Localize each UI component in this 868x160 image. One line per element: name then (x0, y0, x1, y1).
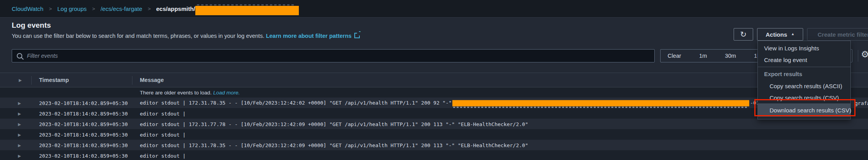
table-header: ▶ Timestamp Message (0, 73, 868, 87)
actions-button[interactable]: Actions ▲ (757, 28, 803, 41)
breadcrumb-log-groups[interactable]: Log groups (57, 5, 87, 12)
expand-row-icon[interactable]: ▶ (18, 111, 21, 116)
refresh-icon: ↻ (740, 30, 747, 39)
cloudwatch-log-events-page: CloudWatch > Log groups > /ecs/ecs-farga… (0, 0, 868, 160)
chevron-up-icon: ▲ (791, 32, 795, 36)
row-timestamp: 2023-02-10T18:14:02.859+05:30 (39, 142, 128, 148)
row-message: editor stdout | 172.31.77.78 - - [10/Feb… (140, 121, 528, 127)
table-row[interactable]: ▶ 2023-02-10T18:14:02.859+05:30 editor s… (0, 150, 868, 160)
time-range-30m[interactable]: 30m (725, 53, 736, 59)
page-title: Log events (12, 21, 51, 30)
menu-item-copy-search-results-ascii[interactable]: Copy search results (ASCII) (758, 80, 850, 92)
breadcrumb: CloudWatch > Log groups > /ecs/ecs-farga… (0, 0, 868, 17)
row-message-fragment: grafan (855, 100, 868, 106)
create-metric-filter-label: Create metric filter (818, 31, 868, 38)
row-message: editor stdout | 172.31.78.35 - - [10/Feb… (140, 142, 528, 148)
table-row[interactable]: ▶ 2023-02-10T18:14:02.859+05:30 editor s… (0, 140, 868, 150)
menu-item-create-log-event[interactable]: Create log event (758, 54, 850, 66)
menu-item-copy-search-results-csv[interactable]: Copy search results (CSV) (758, 92, 850, 103)
load-more-row: There are older events to load. Load mor… (0, 87, 868, 98)
time-range-1m[interactable]: 1m (699, 53, 707, 59)
table-row[interactable]: ▶ 2023-02-10T18:14:02.859+05:30 editor s… (0, 129, 868, 140)
expand-row-icon[interactable]: ▶ (18, 101, 21, 105)
learn-more-link[interactable]: Learn more about filter patterns (266, 33, 352, 39)
actions-button-label: Actions (766, 31, 787, 38)
breadcrumb-separator: > (49, 6, 52, 12)
breadcrumb-cloudwatch[interactable]: CloudWatch (12, 5, 43, 12)
toolbar-divider (858, 50, 858, 62)
expand-row-icon[interactable]: ▶ (18, 122, 21, 126)
column-header-timestamp: Timestamp (39, 77, 69, 83)
refresh-button[interactable]: ↻ (734, 28, 753, 41)
table-row[interactable]: ▶ 2023-02-10T18:14:02.859+05:30 editor s… (0, 119, 868, 129)
row-message: editor stdout | (140, 132, 186, 137)
row-message: editor stdout | (140, 153, 186, 158)
expand-row-icon[interactable]: ▶ (18, 153, 21, 158)
filter-events-box (12, 49, 655, 62)
search-icon (17, 53, 22, 59)
row-timestamp: 2023-02-10T18:14:02.859+05:30 (39, 110, 128, 116)
expand-all-icon[interactable]: ▶ (19, 78, 22, 82)
external-link-icon (354, 33, 360, 38)
filter-events-input[interactable] (26, 52, 650, 59)
column-divider (31, 76, 32, 85)
table-row[interactable]: ▶ 2023-02-10T18:14:02.859+05:30 editor s… (0, 108, 868, 119)
column-header-message: Message (140, 77, 164, 83)
redaction-bar (452, 100, 749, 106)
row-timestamp: 2023-02-10T18:14:02.859+05:30 (39, 121, 128, 127)
menu-item-view-in-logs-insights[interactable]: View in Logs Insights (758, 42, 850, 54)
row-message: editor stdout | 172.31.78.35 - - [10/Feb… (140, 100, 778, 106)
breadcrumb-separator: > (92, 6, 95, 12)
page-description: You can use the filter bar below to sear… (12, 33, 360, 39)
row-timestamp: 2023-02-10T18:14:02.859+05:30 (39, 100, 128, 106)
gear-icon[interactable]: ⚙ (861, 49, 868, 60)
table-row[interactable]: ▶ 2023-02-10T18:14:02.859+05:30 editor s… (0, 98, 868, 108)
breadcrumb-separator: > (148, 6, 151, 12)
expand-row-icon[interactable]: ▶ (18, 143, 21, 147)
menu-item-download-search-results-csv[interactable]: Download search results (CSV) (758, 103, 850, 117)
load-more-link[interactable]: Load more. (213, 90, 240, 96)
menu-section-export-results: Export results (758, 68, 850, 80)
row-timestamp: 2023-02-10T18:14:02.859+05:30 (39, 153, 128, 158)
redaction-bar (195, 6, 299, 15)
load-more-text: There are older events to load. (140, 90, 212, 96)
actions-menu: View in Logs Insights Create log event E… (757, 41, 851, 119)
row-timestamp: 2023-02-10T18:14:02.859+05:30 (39, 132, 128, 137)
breadcrumb-log-group[interactable]: /ecs/ecs-fargate (100, 5, 142, 12)
breadcrumb-current-stream: ecs/appsmith/ (156, 4, 299, 13)
time-range-clear[interactable]: Clear (668, 53, 681, 59)
create-metric-filter-button[interactable]: Create metric filter (807, 28, 868, 41)
menu-divider (758, 67, 850, 67)
row-message: editor stdout | (140, 110, 186, 116)
column-divider (132, 76, 132, 85)
expand-row-icon[interactable]: ▶ (18, 132, 21, 137)
